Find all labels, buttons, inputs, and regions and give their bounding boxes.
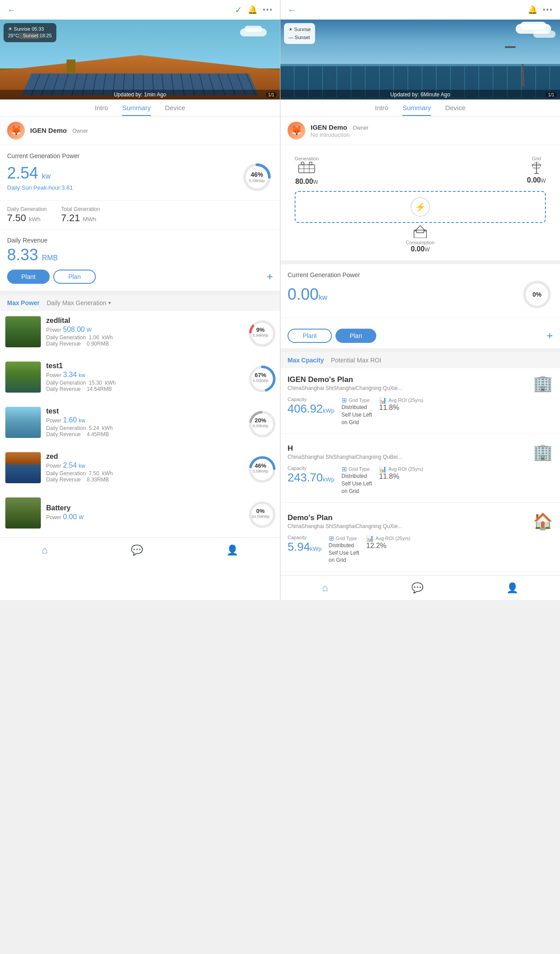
right-user-name-row: IGEN Demo Owner <box>311 123 368 131</box>
right-avatar: 🦊 <box>288 122 305 139</box>
daily-gen-unit: kWh <box>29 216 40 223</box>
bell-icon[interactable]: 🔔 <box>248 5 257 15</box>
plant-power-row-zed: Power 2.54 kw <box>46 461 246 469</box>
more-button[interactable]: ••• <box>263 6 273 14</box>
roi-value-igen: 11.8% <box>379 404 423 412</box>
flow-center-icon: ⚡ <box>410 197 430 217</box>
daily-gen-value-row: 7.50 kWh <box>7 212 47 224</box>
section-divider <box>0 291 280 295</box>
plant-gauge-battery: 0% 24.00kWp <box>246 499 275 527</box>
plant-gauge-zed: 46% 5.58kWp <box>246 453 275 482</box>
right-tab-summary[interactable]: Summary <box>402 104 431 116</box>
peak-hour: Daily Sun Peak-hour:3.61 <box>7 184 73 191</box>
gen-value: 80.00W <box>295 178 319 186</box>
right-bell-icon[interactable]: 🔔 <box>528 5 537 15</box>
right-nav-chat[interactable]: 💬 <box>411 582 423 594</box>
total-gen-label: Total Generation <box>61 206 100 212</box>
tab-intro[interactable]: Intro <box>95 104 108 116</box>
tab-device[interactable]: Device <box>165 104 185 116</box>
right-user-row: 🦊 IGEN Demo Owner No Introduction <box>280 116 560 145</box>
right-more-button[interactable]: ••• <box>543 6 553 14</box>
weather-overlay: ☀ Sunrise 05:33 29°C Sunset 18:25 <box>4 23 56 42</box>
user-row: 🦊 IGEN Demo Owner <box>0 116 280 145</box>
left-bottom-nav: ⌂ 💬 👤 <box>0 537 280 562</box>
grid-type-icon-demo: ⊞ <box>329 535 334 542</box>
right-list-tab-roi[interactable]: Potential Max ROI <box>331 357 382 364</box>
plan-stats-h: Capacity 243.70kWp ⊞ Grid Type Distribut… <box>288 465 553 495</box>
right-page-indicator: 1/1 <box>546 92 556 98</box>
right-power-row: 0.00kw 0% <box>288 278 553 310</box>
plant-card-test: test Power 1.60 kw Daily Generation 5.24… <box>0 401 280 443</box>
updated-bar: Updated by: 1min Ago <box>0 90 280 99</box>
right-sunrise-text: ☀ Sunrise <box>288 26 311 34</box>
right-tab-device[interactable]: Device <box>445 104 465 116</box>
right-hero-image <box>280 20 560 99</box>
plant-thumb-battery <box>5 497 41 529</box>
nav-profile[interactable]: 👤 <box>226 545 238 556</box>
grid-type-value-demo: DistributedSelf Use Lefton Grid <box>329 542 359 564</box>
power-value-row: 2.54 kw <box>7 164 73 183</box>
daily-gen-stat: Daily Generation 7.50 kWh <box>7 206 47 224</box>
daily-gen-label: Daily Generation <box>7 206 47 212</box>
left-tabs: Intro Summary Device <box>0 99 280 116</box>
plan-building-icon-demo: 🏠 <box>533 513 553 529</box>
sunrise-text: ☀ Sunrise 05:33 <box>8 26 52 32</box>
consumption-value: 0.00W <box>411 245 430 253</box>
right-nav-profile[interactable]: 👤 <box>506 582 518 594</box>
back-button[interactable]: ← <box>7 5 16 15</box>
nav-chat[interactable]: 💬 <box>131 545 143 556</box>
gen-icon <box>295 161 319 178</box>
right-updated-text: Updated by: 6Minute Ago <box>390 91 450 98</box>
plan-buttons: Plant Plan + <box>7 270 273 284</box>
right-divider2 <box>280 349 560 352</box>
nav-home[interactable]: ⌂ <box>42 545 47 556</box>
plan-gridtype-h: ⊞ Grid Type DistributedSelf Use Lefton G… <box>342 465 372 495</box>
gauge-text: 46% 5.58kWp <box>249 171 265 183</box>
right-plant-button[interactable]: Plant <box>288 329 332 343</box>
svg-rect-16 <box>309 162 312 165</box>
right-plan-buttons-section: Plant Plan + <box>280 318 560 349</box>
plan-button[interactable]: Plan <box>53 270 96 284</box>
plant-button[interactable]: Plant <box>7 270 50 284</box>
power-row: 2.54 kw Daily Sun Peak-hour:3.61 46% 5.5… <box>7 161 273 193</box>
plant-info-zed: zed Power 2.54 kw Daily Generation 7.50 … <box>46 453 246 483</box>
total-gen-unit: MWh <box>83 216 96 223</box>
tab-summary[interactable]: Summary <box>122 104 150 116</box>
roi-value-h: 11.8% <box>379 473 423 481</box>
roi-value-demo: 12.2% <box>366 542 410 550</box>
grid-type-value-igen: DistributedSelf Use Lefton Grid <box>342 404 372 426</box>
list-tab-maxpower[interactable]: Max Power <box>7 299 39 306</box>
power-value: 2.54 <box>7 164 38 182</box>
plant-card-test1: test1 Power 3.34 kw Daily Generation 15.… <box>0 356 280 398</box>
right-tab-intro[interactable]: Intro <box>375 104 388 116</box>
revenue-value-row: 8.33 RMB <box>7 246 273 264</box>
plant-card-zedlital: zedlital Power 508.00 W Daily Generation… <box>0 311 280 353</box>
plan-gridtype-igen: ⊞ Grid Type DistributedSelf Use Lefton G… <box>342 397 372 426</box>
right-header: ← 🔔 ••• <box>280 0 560 20</box>
add-button[interactable]: + <box>267 270 273 283</box>
gen-label: Generation <box>295 156 319 161</box>
right-back-button[interactable]: ← <box>288 5 296 15</box>
plan-location-h: ChinaShanghai ShiShanghaiChangning QuBei… <box>288 454 553 460</box>
right-power-value-partial: 0.00kw <box>288 285 327 304</box>
gauge-percent: 46% <box>249 171 265 179</box>
plant-info-test1: test1 Power 3.34 kw Daily Generation 15.… <box>46 362 246 392</box>
left-hero: ☀ Sunrise 05:33 29°C Sunset 18:25 Update… <box>0 20 280 99</box>
right-nav-home[interactable]: ⌂ <box>322 582 328 594</box>
right-add-button[interactable]: + <box>547 330 553 342</box>
left-screen: ← ✓ 🔔 ••• <box>0 0 280 600</box>
plant-power-row-test1: Power 3.34 kw <box>46 371 246 379</box>
right-plan-button[interactable]: Plan <box>335 329 376 343</box>
plan-name-demo: Demo's Plan <box>288 513 553 522</box>
svg-line-20 <box>532 165 533 168</box>
daily-gen-value: 7.50 <box>7 212 26 223</box>
right-list-tab-maxcap[interactable]: Max Cpacity <box>288 357 324 364</box>
plan-stats-demo: Capacity 5.94kWp ⊞ Grid Type Distributed… <box>288 535 553 564</box>
power-unit: kw <box>42 172 51 180</box>
flow-dashed-box: ⚡ <box>295 191 546 223</box>
flow-section: Generation 80.00W <box>280 145 560 261</box>
list-header: Max Power Daily Max Generation ▾ <box>0 295 280 311</box>
list-tab-daily[interactable]: Daily Max Generation ▾ <box>47 299 111 306</box>
right-sunset-text: — Sunset <box>288 34 311 42</box>
plan-building-icon-h: 🏢 <box>533 444 553 460</box>
